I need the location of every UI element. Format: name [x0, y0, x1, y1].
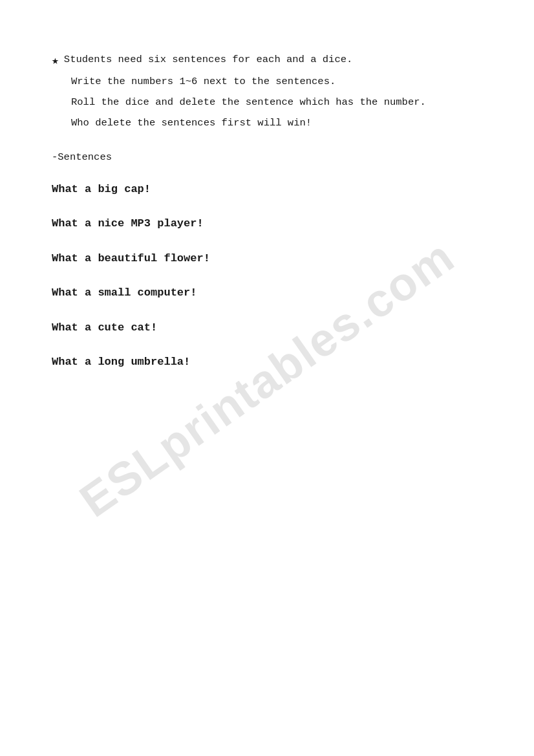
star-icon: ★: [52, 53, 59, 67]
sentences-label: -Sentences: [52, 151, 482, 163]
sentence-item-2: What a nice MP3 player!: [52, 215, 482, 232]
sentences-list: What a big cap!What a nice MP3 player!Wh…: [52, 181, 482, 371]
sentence-item-6: What a long umbrella!: [52, 354, 482, 371]
instruction-line-2: Write the numbers 1~6 next to the senten…: [71, 73, 482, 90]
sentence-item-3: What a beautiful flower!: [52, 250, 482, 267]
page: ESLprintables.com ★ Students need six se…: [0, 0, 534, 756]
instructions-block: ★ Students need six sentences for each a…: [52, 52, 482, 132]
instruction-star-text: Students need six sentences for each and…: [64, 52, 352, 68]
indented-instructions: Write the numbers 1~6 next to the senten…: [52, 73, 482, 132]
instruction-line-star: ★ Students need six sentences for each a…: [52, 52, 482, 68]
instruction-line-3: Roll the dice and delete the sentence wh…: [71, 94, 482, 111]
sentence-item-5: What a cute cat!: [52, 319, 482, 336]
sentence-item-4: What a small computer!: [52, 285, 482, 301]
sentence-item-1: What a big cap!: [52, 181, 482, 198]
instruction-line-4: Who delete the sentences first will win!: [71, 114, 482, 131]
